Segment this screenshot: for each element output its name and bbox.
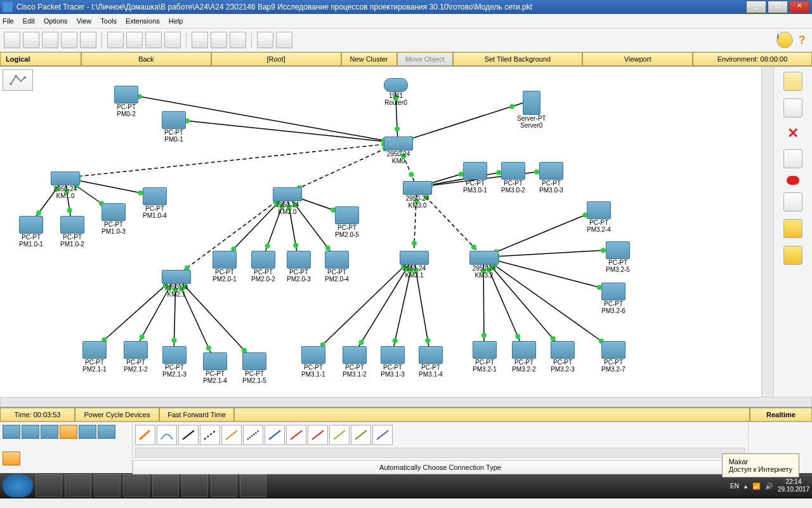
auto-connection-icon[interactable] bbox=[135, 425, 155, 445]
device-PM3.2-5[interactable]: PC-PTPM3.2-5 bbox=[606, 241, 630, 273]
tray-arrow-icon[interactable]: ▴ bbox=[744, 483, 747, 490]
workspace-canvas[interactable]: 1941Router0Server-PTServer02950-24KM0PC-… bbox=[0, 67, 761, 397]
device-KM3.2[interactable]: 2950-24KM3.2 bbox=[469, 251, 499, 279]
tray-time[interactable]: 22:14 bbox=[778, 478, 809, 486]
vertical-scrollbar[interactable] bbox=[761, 67, 773, 397]
device-PM3.2-7[interactable]: PC-PTPM3.2-7 bbox=[601, 341, 625, 373]
zoomout-icon[interactable] bbox=[230, 32, 246, 48]
undo-icon[interactable] bbox=[145, 32, 162, 48]
device-Server0[interactable]: Server-PTServer0 bbox=[517, 91, 546, 129]
zoomreset-icon[interactable] bbox=[211, 32, 227, 48]
paste-icon[interactable] bbox=[126, 32, 143, 48]
tray-language[interactable]: EN bbox=[730, 483, 739, 490]
device-PM2.1-2[interactable]: PC-PTPM2.1-2 bbox=[124, 341, 148, 373]
device-PM3.0-1[interactable]: PC-PTPM3.0-1 bbox=[463, 162, 487, 194]
device-KM3.1[interactable]: 2950-24KM3.1 bbox=[400, 251, 429, 279]
console-cable-icon[interactable] bbox=[157, 425, 177, 445]
category-end-icon[interactable] bbox=[79, 425, 96, 439]
save-icon[interactable] bbox=[42, 32, 58, 48]
new-cluster-button[interactable]: New Cluster bbox=[341, 52, 397, 66]
resize-tool-icon[interactable] bbox=[787, 176, 799, 185]
complex-pdu-icon[interactable] bbox=[783, 246, 802, 265]
power-cycle-button[interactable]: Power Cycle Devices bbox=[75, 408, 159, 422]
connection-scroll[interactable] bbox=[135, 448, 745, 458]
taskbar-chrome-icon[interactable] bbox=[94, 474, 121, 497]
print-icon[interactable] bbox=[61, 32, 77, 48]
device-PM1.0-3[interactable]: PC-PTPM1.0-3 bbox=[102, 203, 126, 235]
open-icon[interactable] bbox=[23, 32, 39, 48]
device-PM3.2-2[interactable]: PC-PTPM3.2-2 bbox=[512, 341, 536, 373]
device-PM1.0-4[interactable]: PC-PTPM1.0-4 bbox=[143, 187, 167, 219]
tray-date[interactable]: 29.10.2017 bbox=[778, 486, 809, 493]
draw-tool-icon[interactable] bbox=[783, 192, 802, 211]
menu-options[interactable]: Options bbox=[44, 17, 68, 25]
maximize-button[interactable]: ☐ bbox=[768, 1, 788, 13]
back-button[interactable]: Back bbox=[81, 52, 211, 66]
realtime-tab[interactable]: Realtime bbox=[750, 408, 812, 422]
delete-tool-icon[interactable]: ✕ bbox=[787, 125, 799, 142]
crossover-cable-icon[interactable] bbox=[200, 425, 220, 445]
category-switch-icon[interactable] bbox=[22, 425, 39, 439]
device-PM2.1-1[interactable]: PC-PTPM2.1-1 bbox=[82, 341, 107, 373]
taskbar-app2-icon[interactable] bbox=[123, 474, 150, 497]
copy-icon[interactable] bbox=[107, 32, 124, 48]
viewport-button[interactable]: Viewport bbox=[582, 52, 693, 66]
inspect-tool-icon[interactable] bbox=[783, 149, 802, 168]
menu-extensions[interactable]: Extensions bbox=[126, 17, 160, 25]
fiber-cable-icon[interactable] bbox=[221, 425, 242, 445]
octal-cable-icon[interactable] bbox=[329, 425, 350, 445]
category-wan-icon[interactable] bbox=[98, 425, 115, 439]
menu-edit[interactable]: Edit bbox=[23, 17, 35, 25]
device-KM2.1[interactable]: 2950-24KM2.1 bbox=[162, 270, 191, 298]
environment-time[interactable]: Environment: 08:00:00 bbox=[693, 52, 812, 66]
start-button[interactable] bbox=[3, 474, 33, 497]
device-PM2.0-3[interactable]: PC-PTPM2.0-3 bbox=[287, 251, 311, 283]
logical-tab[interactable]: Logical bbox=[0, 52, 81, 66]
taskbar-app1-icon[interactable] bbox=[65, 474, 91, 497]
serial-dte-icon[interactable] bbox=[308, 425, 328, 445]
device-KM3.0[interactable]: 2950-24KM3.0 bbox=[403, 181, 432, 209]
palette-icon[interactable] bbox=[257, 32, 273, 48]
note-tool-icon[interactable] bbox=[783, 98, 802, 117]
device-PM3.0-2[interactable]: PC-PTPM3.0-2 bbox=[501, 162, 525, 194]
menu-help[interactable]: Help bbox=[169, 17, 183, 25]
device-PM3.2-6[interactable]: PC-PTPM3.2-6 bbox=[601, 283, 625, 314]
category-connection-icon[interactable] bbox=[60, 425, 77, 439]
taskbar-explorer-icon[interactable] bbox=[36, 474, 62, 497]
wizard-icon[interactable] bbox=[80, 32, 96, 48]
device-KM0[interactable]: 2950-24KM0 bbox=[384, 137, 413, 164]
simple-pdu-icon[interactable] bbox=[783, 219, 802, 238]
device-KM2.0[interactable]: 2950-24KM2.0 bbox=[273, 187, 302, 215]
help-icon[interactable]: ? bbox=[796, 34, 808, 47]
taskbar-app4-icon[interactable] bbox=[211, 474, 237, 497]
device-PM2.1-4[interactable]: PC-PTPM2.1-4 bbox=[203, 352, 227, 384]
fast-forward-button[interactable]: Fast Forward Time bbox=[159, 408, 234, 422]
tiled-bg-button[interactable]: Set Tiled Background bbox=[453, 52, 583, 66]
custom1-cable-icon[interactable] bbox=[351, 425, 371, 445]
info-icon[interactable]: i bbox=[776, 32, 793, 48]
root-path[interactable]: [Root] bbox=[211, 52, 341, 66]
device-PM2.0-1[interactable]: PC-PTPM2.0-1 bbox=[213, 251, 237, 283]
close-button[interactable]: ✕ bbox=[789, 1, 809, 13]
device-PM3.0-3[interactable]: PC-PTPM3.0-3 bbox=[539, 162, 563, 194]
device-PM1.0-1[interactable]: PC-PTPM1.0-1 bbox=[19, 216, 43, 248]
menu-view[interactable]: View bbox=[77, 17, 92, 25]
taskbar-app3-icon[interactable] bbox=[181, 474, 208, 497]
device-PM3.1-2[interactable]: PC-PTPM3.1-2 bbox=[343, 346, 367, 378]
device-PM3.2-1[interactable]: PC-PTPM3.2-1 bbox=[473, 341, 497, 373]
device-Router0[interactable]: 1941Router0 bbox=[384, 78, 408, 106]
coaxial-cable-icon[interactable] bbox=[265, 425, 285, 445]
device-PM2.0-2[interactable]: PC-PTPM2.0-2 bbox=[251, 251, 275, 283]
taskbar-packettracer-icon[interactable] bbox=[240, 474, 266, 497]
phone-cable-icon[interactable] bbox=[243, 425, 263, 445]
device-PM3.1-4[interactable]: PC-PTPM3.1-4 bbox=[419, 346, 443, 378]
device-PM3.2-4[interactable]: PC-PTPM3.2-4 bbox=[587, 201, 611, 233]
device-PM2.1-3[interactable]: PC-PTPM2.1-3 bbox=[162, 346, 187, 378]
minimize-button[interactable]: _ bbox=[746, 1, 766, 13]
connection-selected-icon[interactable] bbox=[3, 451, 20, 465]
device-PM1.0-2[interactable]: PC-PTPM1.0-2 bbox=[60, 216, 84, 248]
straight-cable-icon[interactable] bbox=[178, 425, 199, 445]
select-tool-icon[interactable] bbox=[783, 72, 802, 91]
device-PM2.0-5[interactable]: PC-PTPM2.0-5 bbox=[335, 206, 359, 238]
device-PM2.1-5[interactable]: PC-PTPM2.1-5 bbox=[242, 352, 266, 384]
